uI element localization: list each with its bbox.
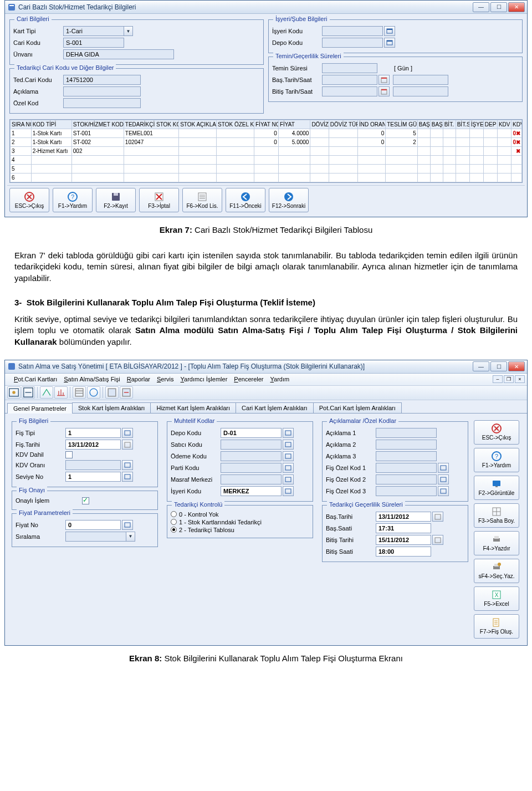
lookup-icon[interactable] [283, 440, 294, 450]
grid-header[interactable]: DÖVİZ TÜRÜ [329, 120, 357, 129]
isyeri2-field[interactable]: MERKEZ [221, 486, 282, 496]
side-f2-button[interactable]: F2->Görüntüle [474, 476, 519, 500]
bas-saat-field[interactable] [393, 75, 448, 85]
tab[interactable]: Hizmet Kart İşlem Aralıkları [150, 402, 236, 413]
lookup-icon[interactable] [438, 463, 449, 473]
kart-tipi-field[interactable]: 1-Cari [63, 26, 124, 36]
grid-header[interactable]: SIRA NO [11, 120, 32, 129]
a2-field[interactable] [376, 440, 437, 450]
mdi-close-icon[interactable]: × [515, 375, 525, 383]
grid-header[interactable]: STOK AÇIKLAMA [179, 120, 217, 129]
chevron-down-icon[interactable]: ▼ [124, 26, 133, 36]
grid-header[interactable]: FİYAT [278, 120, 310, 129]
grid-header[interactable]: STOK/HİZMET KODU [71, 120, 124, 129]
table-row[interactable]: 5 [11, 165, 522, 173]
grid-header[interactable]: TESLİM GÜNÜ [386, 120, 417, 129]
depo-kodu-field[interactable] [322, 38, 383, 48]
table-row[interactable]: 32-Hizmet Kartı002✖ [11, 147, 522, 156]
lookup-icon[interactable] [122, 472, 133, 482]
side-f3-button[interactable]: F3->Saha Boy. [474, 503, 519, 528]
lookup-icon[interactable] [384, 26, 395, 36]
lookup-icon[interactable] [438, 474, 449, 484]
kdv-oran-field[interactable] [65, 460, 121, 470]
calendar-icon[interactable] [378, 86, 390, 96]
calendar-icon[interactable] [378, 75, 390, 85]
radio-0[interactable] [171, 511, 177, 517]
f2-button[interactable]: F2->Kayıt [96, 188, 136, 212]
satici-field[interactable] [221, 440, 282, 450]
tab[interactable]: Cari Kart İşlem Aralıkları [236, 402, 314, 413]
calendar-icon[interactable] [432, 535, 443, 545]
f1-button[interactable]: ?F1->Yardım [53, 188, 93, 212]
lookup-icon[interactable] [122, 520, 133, 530]
bit-saat2-field[interactable]: 18:00 [376, 547, 431, 557]
side-sf4-button[interactable]: sF4->Seç.Yaz. [474, 559, 519, 583]
table-row[interactable]: 6 [11, 173, 522, 182]
side-f5-button[interactable]: XF5->Excel [474, 586, 519, 611]
menu-item[interactable]: Yardım [270, 376, 290, 382]
bit-saat-field[interactable] [393, 86, 448, 96]
table-row[interactable]: 4 [11, 156, 522, 165]
lookup-icon[interactable] [122, 460, 133, 470]
chevron-down-icon[interactable]: ▼ [126, 532, 135, 542]
grid-header[interactable]: BİT.S [456, 120, 469, 129]
f11-button[interactable]: F11->Önceki [226, 188, 265, 212]
parti-field[interactable] [221, 463, 282, 473]
tb-icon-1[interactable] [7, 386, 21, 399]
f6-button[interactable]: F6->Kod Lis. [182, 188, 222, 212]
minimize-button[interactable]: — [473, 2, 489, 12]
close-button[interactable]: ✕ [508, 2, 525, 12]
grid-header[interactable]: DEP [483, 120, 497, 129]
temin-sure-field[interactable] [322, 63, 377, 73]
siralama-field[interactable] [65, 532, 126, 542]
side-f1-button[interactable]: ?F1->Yardım [474, 448, 519, 472]
side-f7-button[interactable]: F7->Fiş Oluş. [474, 614, 519, 639]
bas-tarih2-field[interactable]: 13/11/2012 [376, 512, 431, 522]
grid-header[interactable]: İŞYE [469, 120, 483, 129]
table-row[interactable]: 11-Stok KartıST-001TEMEL00104.0000050✖ [11, 129, 522, 138]
tb-icon-5[interactable] [73, 386, 86, 399]
tb-icon-4[interactable] [54, 386, 68, 399]
k2-field[interactable] [376, 474, 437, 484]
lookup-icon[interactable] [283, 474, 294, 484]
k3-field[interactable] [376, 486, 437, 496]
onay-checkbox[interactable] [82, 497, 89, 504]
k1-field[interactable] [376, 463, 437, 473]
fis-tipi-field[interactable]: 1 [65, 428, 121, 438]
grid-header[interactable]: BİT. [443, 120, 456, 129]
ozel-kod-field[interactable] [63, 98, 141, 108]
lookup-icon[interactable] [122, 428, 133, 438]
menu-item[interactable]: Pot.Cari Kartları [14, 376, 57, 382]
grid-header[interactable]: KDV [511, 120, 522, 129]
lookup-icon[interactable] [283, 451, 294, 461]
grid-1[interactable]: SIRA NOKOD TİPİSTOK/HİZMET KODUTEDARİKÇİ… [9, 119, 523, 183]
side-esc-button[interactable]: ESC->Çıkış [474, 420, 519, 445]
close-button[interactable]: ✕ [508, 361, 525, 371]
tb-icon-8[interactable] [120, 386, 133, 399]
side-f4-button[interactable]: F4->Yazdır [474, 531, 519, 555]
tb-icon-6[interactable] [87, 386, 100, 399]
grid-header[interactable]: BAŞ [417, 120, 430, 129]
esc-button[interactable]: ESC->Çıkış [9, 188, 49, 212]
aciklama-field[interactable] [63, 86, 141, 96]
grid-header[interactable]: BAŞ [430, 120, 443, 129]
mdi-minimize-icon[interactable]: – [493, 375, 503, 383]
tab[interactable]: Pot.Cari Kart İşlem Aralıkları [313, 402, 402, 413]
tab[interactable]: Genel Parametreler [7, 403, 73, 414]
ted-kodu-field[interactable]: 14751200 [63, 75, 141, 85]
maximize-button[interactable]: ☐ [490, 2, 507, 12]
calendar-icon[interactable] [432, 512, 443, 522]
lookup-icon[interactable] [283, 486, 294, 496]
tb-icon-3[interactable] [40, 386, 53, 399]
tab[interactable]: Stok Kart İşlem Aralıkları [72, 402, 151, 413]
minimize-button[interactable]: — [473, 361, 489, 371]
f12-button[interactable]: F12->Sonraki [269, 188, 309, 212]
unvan-field[interactable]: DEHA GIDA [63, 49, 174, 59]
grid-header[interactable]: DÖVİZ [310, 120, 329, 129]
menu-item[interactable]: Servis [157, 376, 174, 382]
grid-header[interactable]: KDV [497, 120, 511, 129]
menu-item[interactable]: Raporlar [127, 376, 150, 382]
grid-header[interactable]: TEDARİKÇİ STOK KODU [124, 120, 178, 129]
maximize-button[interactable]: ☐ [490, 361, 507, 371]
radio-2[interactable] [171, 527, 177, 533]
